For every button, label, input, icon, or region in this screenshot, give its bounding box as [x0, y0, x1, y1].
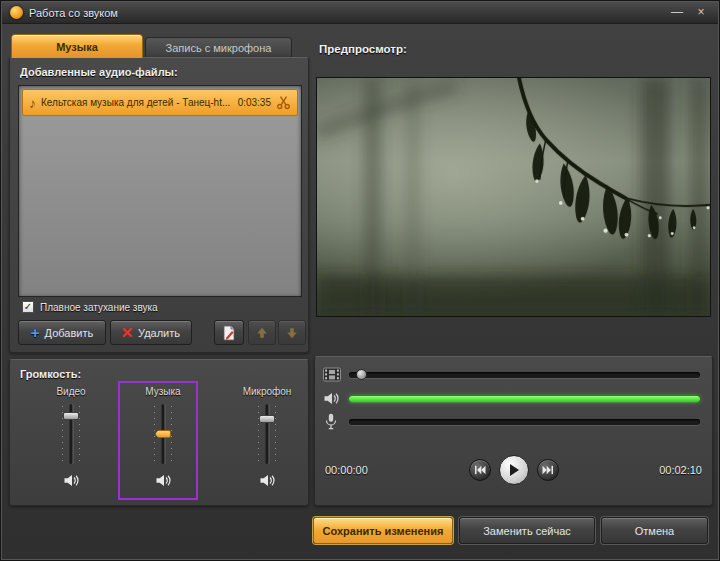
add-button[interactable]: + Добавить: [18, 320, 106, 345]
microphone-volume-thumb[interactable]: [259, 415, 275, 423]
cancel-button[interactable]: Отмена: [601, 517, 708, 544]
microphone-volume-track[interactable]: [255, 404, 279, 464]
volume-slider-video: Видео: [36, 386, 106, 488]
move-up-icon: [255, 326, 269, 340]
close-icon[interactable]: ×: [692, 4, 710, 22]
microphone-icon: [325, 413, 337, 430]
video-volume-track[interactable]: [59, 404, 83, 464]
fade-row: ✓ Плавное затухание звука: [22, 301, 158, 313]
tab-music[interactable]: Музыка: [11, 34, 143, 58]
scissors-icon[interactable]: [276, 95, 291, 110]
check-icon: ✓: [24, 301, 32, 312]
delete-button[interactable]: Удалить: [110, 320, 192, 345]
replace-now-button[interactable]: Заменить сейчас: [459, 517, 595, 544]
play-button[interactable]: [499, 455, 529, 485]
volume-label-microphone: Микрофон: [232, 386, 302, 397]
total-time: 00:02:10: [659, 464, 702, 476]
titlebar: Работа со звуком — ×: [2, 2, 718, 24]
seek-thumb[interactable]: [356, 369, 367, 380]
save-changes-button[interactable]: Сохранить изменения: [313, 517, 453, 544]
move-down-button[interactable]: [278, 320, 306, 345]
volume-heading: Громкость:: [20, 368, 81, 380]
minimize-icon[interactable]: —: [668, 4, 686, 22]
video-volume-thumb[interactable]: [63, 412, 79, 420]
music-level-bar: [349, 396, 700, 402]
move-down-icon: [285, 326, 299, 340]
plus-icon: +: [31, 325, 40, 340]
speaker-icon: [323, 391, 340, 406]
speaker-icon[interactable]: [128, 473, 198, 488]
audio-file-duration: 0:03:35: [238, 97, 271, 108]
volume-slider-music: Музыка: [128, 386, 198, 488]
sound-dialog-window: Работа со звуком — × Музыка Запись с мик…: [0, 0, 720, 561]
audio-files-heading: Добавленные аудио-файлы:: [20, 66, 178, 78]
volume-label-music: Музыка: [128, 386, 198, 397]
audio-files-panel: Добавленные аудио-файлы: ♪ Кельтская муз…: [9, 57, 309, 353]
skip-back-icon: [474, 465, 486, 475]
window-title: Работа со звуком: [29, 7, 662, 19]
fade-checkbox-label: Плавное затухание звука: [40, 302, 158, 313]
speaker-icon[interactable]: [36, 473, 106, 488]
audio-file-list[interactable]: ♪ Кельтская музыка для детей - Танец-ht.…: [18, 85, 302, 297]
seek-slider[interactable]: [349, 372, 700, 378]
music-level-fill: [349, 396, 700, 402]
video-frame-image: [317, 78, 710, 316]
skip-back-button[interactable]: [469, 459, 491, 481]
mic-level-bar: [349, 419, 700, 425]
save-audio-file-button[interactable]: [214, 320, 244, 345]
skip-forward-icon: [542, 465, 554, 475]
delete-x-icon: [122, 327, 133, 338]
music-note-icon: ♪: [29, 96, 36, 110]
film-icon: [323, 367, 341, 382]
elapsed-time: 00:00:00: [325, 464, 368, 476]
document-icon: [222, 325, 236, 341]
volume-panel: Громкость: Видео Музыка: [9, 359, 309, 506]
skip-forward-button[interactable]: [537, 459, 559, 481]
fade-checkbox[interactable]: ✓: [22, 301, 34, 313]
delete-button-label: Удалить: [138, 327, 180, 339]
app-icon: [10, 6, 23, 19]
audio-file-item[interactable]: ♪ Кельтская музыка для детей - Танец-ht.…: [22, 89, 298, 116]
tab-microphone-recording[interactable]: Запись с микрофона: [145, 37, 292, 58]
preview-heading: Предпросмотр:: [319, 43, 407, 55]
video-preview: [316, 77, 711, 317]
speaker-icon[interactable]: [232, 473, 302, 488]
audio-file-name: Кельтская музыка для детей - Танец-ht...: [41, 97, 233, 108]
music-volume-thumb[interactable]: [155, 430, 171, 438]
move-up-button[interactable]: [248, 320, 276, 345]
volume-slider-microphone: Микрофон: [232, 386, 302, 488]
music-volume-track[interactable]: [151, 404, 175, 464]
add-button-label: Добавить: [45, 327, 94, 339]
transport-buttons: [469, 455, 559, 485]
playback-panel: 00:00:00 00:02:10: [314, 356, 713, 506]
volume-label-video: Видео: [36, 386, 106, 397]
transport-row: 00:00:00 00:02:10: [325, 445, 702, 495]
play-icon: [508, 463, 520, 477]
